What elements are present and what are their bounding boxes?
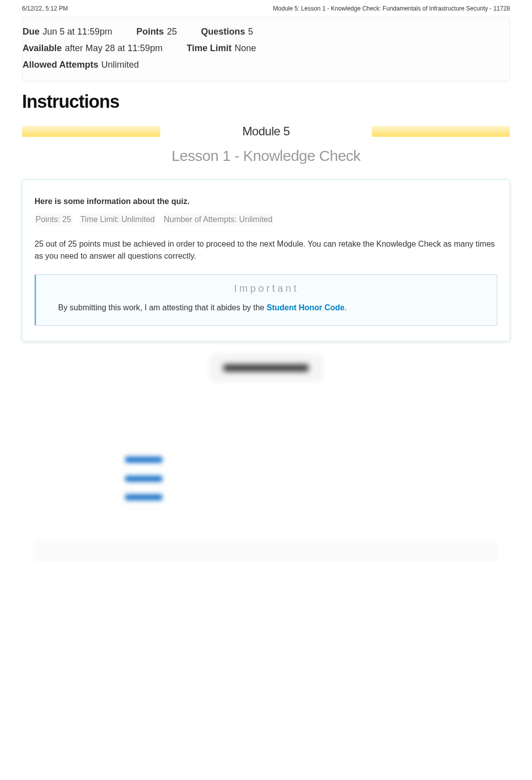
- module-title-row: Module 5: [22, 122, 510, 140]
- meta-available-label: Available: [23, 43, 62, 53]
- pill-timelimit: Time Limit: Unlimited: [79, 213, 156, 226]
- list-item: [102, 488, 510, 507]
- instructions-heading: Instructions: [22, 91, 510, 112]
- meta-points-label: Points: [136, 27, 164, 37]
- meta-attempts: Allowed AttemptsUnlimited: [23, 58, 139, 72]
- meta-points: Points25: [136, 25, 177, 39]
- attempt-history-list: [22, 431, 510, 507]
- meta-attempts-label: Allowed Attempts: [23, 60, 98, 70]
- attest-text-before: By submitting this work, I am attesting …: [58, 303, 267, 312]
- important-callout: Important By submitting this work, I am …: [35, 274, 497, 326]
- requirement-text: 25 out of 25 points must be achieved in …: [35, 238, 497, 262]
- meta-questions: Questions5: [201, 25, 253, 39]
- meta-due-value: Jun 5 at 11:59pm: [43, 27, 112, 37]
- list-item: [102, 431, 510, 450]
- print-page-title: Module 5: Lesson 1 - Knowledge Check: Fu…: [273, 5, 510, 12]
- important-title: Important: [46, 283, 487, 294]
- meta-points-value: 25: [167, 27, 177, 37]
- meta-questions-value: 5: [248, 27, 253, 37]
- meta-available: Availableafter May 28 at 11:59pm: [23, 41, 162, 56]
- take-quiz-button[interactable]: [211, 355, 321, 380]
- lesson-title: Lesson 1 - Knowledge Check: [22, 147, 510, 164]
- list-item: [102, 450, 510, 469]
- print-header: 6/12/22, 5:12 PM Module 5: Lesson 1 - Kn…: [0, 0, 532, 17]
- meta-timelimit-label: Time Limit: [186, 43, 231, 53]
- meta-questions-label: Questions: [201, 27, 245, 37]
- attest-text-after: .: [345, 303, 347, 312]
- attempt-link[interactable]: [125, 476, 162, 482]
- quiz-meta-box: DueJun 5 at 11:59pm Points25 Questions5 …: [22, 17, 510, 81]
- meta-attempts-value: Unlimited: [101, 60, 139, 70]
- quiz-intro-text: Here is some information about the quiz.: [35, 197, 497, 206]
- attest-line: By submitting this work, I am attesting …: [46, 303, 487, 312]
- highlight-bar-left: [22, 126, 160, 137]
- meta-timelimit: Time LimitNone: [186, 41, 256, 56]
- quiz-info-card: Here is some information about the quiz.…: [22, 179, 510, 341]
- honor-code-link[interactable]: Student Honor Code: [267, 303, 345, 312]
- meta-due-label: Due: [23, 27, 40, 37]
- quiz-pill-row: Points: 25 Time Limit: Unlimited Number …: [35, 213, 497, 226]
- bottom-bar: [35, 542, 497, 562]
- list-item: [102, 469, 510, 488]
- meta-available-value: after May 28 at 11:59pm: [65, 43, 162, 53]
- attempt-link[interactable]: [125, 457, 162, 463]
- pill-points: Points: 25: [35, 213, 72, 226]
- highlight-bar-right: [372, 126, 510, 137]
- meta-timelimit-value: None: [234, 43, 256, 53]
- print-timestamp: 6/12/22, 5:12 PM: [22, 5, 68, 12]
- take-quiz-button-zone: [22, 355, 510, 382]
- pill-attempts: Number of Attempts: Unlimited: [163, 213, 274, 226]
- meta-due: DueJun 5 at 11:59pm: [23, 25, 112, 39]
- attempt-link[interactable]: [125, 494, 162, 500]
- module-title: Module 5: [242, 124, 290, 138]
